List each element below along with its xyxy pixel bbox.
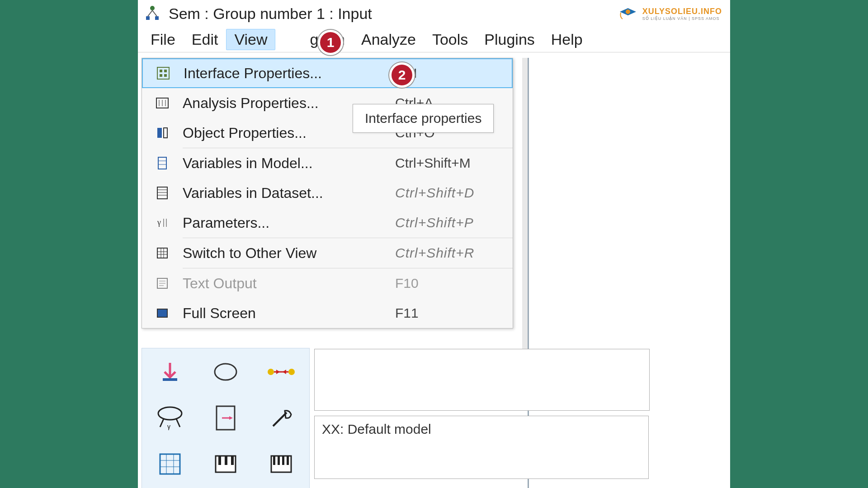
grid-icon: [142, 245, 183, 261]
svg-point-40: [288, 369, 295, 375]
svg-rect-58: [218, 456, 221, 465]
menu-item-shortcut: Ctrl+Shift+P: [395, 215, 513, 230]
app-icon: [142, 3, 163, 24]
menu-item-shortcut: Ctrl+Shift+M: [395, 155, 513, 171]
menu-item-variables-dataset[interactable]: Variables in Dataset... Ctrl+Shift+D: [142, 178, 513, 208]
full-screen-icon: [142, 305, 183, 321]
table-tool[interactable]: [145, 443, 196, 485]
text-output-icon: [142, 276, 183, 291]
menu-item-label: Interface Properties...: [184, 65, 394, 82]
svg-line-3: [148, 10, 152, 16]
svg-line-51: [273, 413, 287, 426]
svg-rect-15: [157, 128, 162, 138]
app-window: Sem : Group number 1 : Input XULYSOLIEU.…: [138, 0, 730, 488]
latent-tool[interactable]: γ: [145, 397, 196, 439]
window-title: Sem : Group number 1 : Input: [169, 5, 372, 23]
svg-point-44: [158, 407, 182, 420]
svg-rect-20: [157, 187, 167, 199]
svg-point-0: [150, 6, 155, 10]
menu-item-parameters[interactable]: γ Parameters... Ctrl+Shift+P: [142, 208, 513, 238]
watermark-icon: [618, 5, 638, 22]
svg-rect-9: [160, 74, 162, 77]
svg-rect-1: [146, 16, 150, 20]
analysis-icon: [142, 95, 183, 111]
piano1-tool[interactable]: [200, 443, 251, 485]
menu-help[interactable]: Help: [543, 29, 591, 50]
menu-item-full-screen[interactable]: Full Screen F11: [142, 298, 513, 328]
menu-item-shortcut: Ctrl+Shift+R: [395, 245, 513, 261]
props-icon: [143, 66, 184, 81]
ellipse-tool[interactable]: [200, 351, 251, 393]
svg-rect-52: [160, 454, 180, 474]
object-icon: [142, 125, 183, 141]
svg-rect-36: [157, 309, 167, 317]
menu-file[interactable]: File: [142, 29, 184, 50]
status-panel-lower: XX: Default model: [314, 416, 649, 479]
menu-item-interface-properties[interactable]: Interface Properties... trl+I: [142, 58, 513, 88]
svg-line-46: [176, 419, 180, 427]
svg-rect-59: [225, 456, 227, 465]
menu-item-shortcut: F10: [395, 276, 513, 291]
vertical-scrollbar[interactable]: [522, 58, 528, 352]
menu-item-switch-view[interactable]: Switch to Other View Ctrl+Shift+R: [142, 238, 513, 268]
svg-rect-10: [164, 74, 167, 77]
menu-plugins[interactable]: Plugins: [476, 29, 543, 50]
menu-analyze[interactable]: Analyze: [353, 29, 424, 50]
menu-item-shortcut: F11: [395, 305, 513, 321]
svg-marker-43: [283, 370, 286, 374]
menu-item-label: Full Screen: [183, 305, 395, 322]
svg-rect-27: [157, 248, 167, 258]
menu-item-label: Variables in Model...: [183, 155, 395, 172]
menu-view[interactable]: View: [226, 29, 275, 50]
svg-marker-50: [229, 416, 233, 420]
parameters-icon: γ: [142, 215, 183, 230]
tooltip-interface-properties: Interface properties: [353, 104, 494, 133]
dots-tool[interactable]: [255, 351, 307, 393]
vars-model-icon: [142, 155, 183, 171]
svg-rect-65: [287, 456, 289, 465]
page-tool[interactable]: [200, 397, 251, 439]
annotation-badge-1: 1: [318, 30, 343, 55]
svg-point-38: [215, 364, 236, 380]
menu-item-variables-model[interactable]: Variables in Model... Ctrl+Shift+M: [142, 148, 513, 178]
svg-rect-60: [231, 456, 234, 465]
menu-item-label: Switch to Other View: [183, 245, 395, 262]
menu-item-shortcut: Ctrl+Shift+D: [395, 185, 513, 201]
view-menu-dropdown: Interface Properties... trl+I Analysis P…: [142, 58, 513, 328]
svg-rect-62: [273, 456, 275, 465]
status-panel-upper: [314, 349, 650, 411]
wand-tool[interactable]: [255, 397, 307, 439]
menu-item-label: Parameters...: [183, 215, 395, 231]
svg-text:γ: γ: [157, 218, 161, 227]
default-model-label: XX: Default model: [322, 422, 431, 436]
menu-item-label: Variables in Dataset...: [183, 185, 395, 202]
svg-rect-8: [164, 70, 167, 72]
svg-rect-2: [155, 16, 159, 20]
svg-rect-63: [278, 456, 280, 465]
toolbox: γ: [142, 348, 310, 488]
arrow-down-tool[interactable]: [145, 351, 196, 393]
svg-rect-17: [158, 157, 166, 169]
svg-marker-42: [276, 370, 280, 374]
svg-rect-64: [282, 456, 284, 465]
menubar: File Edit View gram Analyze Tools Plugin…: [138, 27, 730, 52]
svg-rect-6: [157, 67, 169, 79]
svg-line-45: [160, 419, 164, 427]
piano2-tool[interactable]: [255, 443, 307, 485]
svg-line-4: [152, 10, 157, 16]
menu-tools[interactable]: Tools: [424, 29, 476, 50]
vars-dataset-icon: [142, 185, 183, 201]
svg-point-39: [268, 369, 274, 375]
svg-rect-7: [160, 70, 162, 72]
svg-text:γ: γ: [167, 423, 170, 430]
menu-edit[interactable]: Edit: [184, 29, 226, 50]
svg-rect-37: [163, 378, 177, 381]
svg-point-5: [626, 9, 630, 14]
watermark: XULYSOLIEU.INFO SỐ LIỆU LUẬN VĂN | SPSS …: [618, 5, 722, 22]
watermark-title: XULYSOLIEU.INFO: [642, 7, 722, 16]
svg-rect-16: [164, 128, 167, 138]
annotation-badge-2: 2: [389, 62, 415, 88]
menu-item-label: Text Output: [183, 275, 395, 292]
watermark-subtitle: SỐ LIỆU LUẬN VĂN | SPSS AMOS: [642, 16, 722, 21]
menu-item-text-output[interactable]: Text Output F10: [142, 268, 513, 298]
